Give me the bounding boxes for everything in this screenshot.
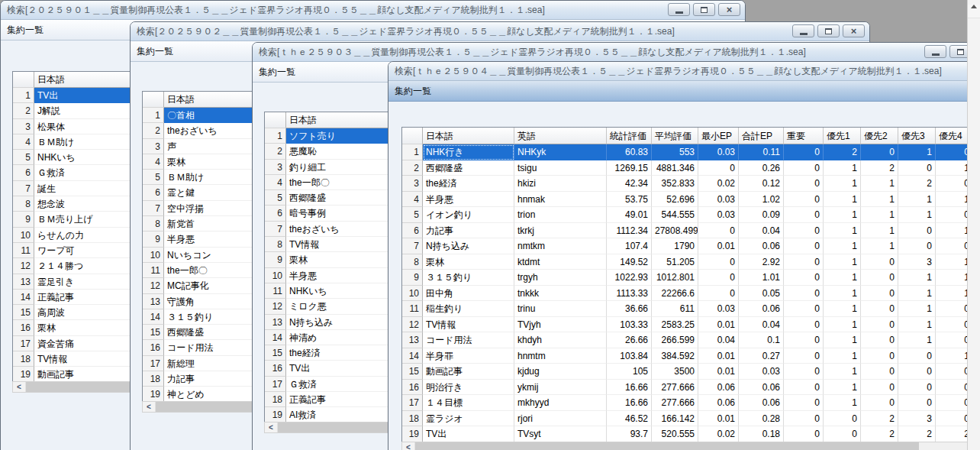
table-cell[interactable]: 0.06 bbox=[739, 395, 784, 411]
table-cell[interactable]: 51.205 bbox=[652, 254, 698, 270]
table-cell[interactable]: 46.52 bbox=[607, 411, 652, 427]
table-cell[interactable]: 1 bbox=[898, 144, 936, 160]
table-cell[interactable]: 0 bbox=[861, 270, 898, 286]
table-cell[interactable]: 0.02 bbox=[698, 426, 739, 442]
table-cell[interactable]: 36.66 bbox=[607, 301, 652, 317]
table-cell[interactable]: 0 bbox=[861, 286, 898, 302]
table-cell[interactable]: trion bbox=[514, 207, 607, 223]
table-cell[interactable]: コード用法 bbox=[423, 332, 514, 348]
table-cell[interactable]: 田中角 bbox=[423, 286, 514, 302]
table-cell[interactable]: 0 bbox=[898, 380, 936, 396]
table-cell[interactable]: 1 bbox=[824, 238, 861, 254]
table-cell[interactable]: 352.833 bbox=[652, 176, 698, 192]
table-cell[interactable]: 544.555 bbox=[652, 207, 698, 223]
table-cell[interactable]: 1 bbox=[824, 317, 861, 333]
table-row[interactable]: 2西郷隆盛tsigu1269.154881.34600.2601201 bbox=[402, 160, 973, 176]
table-cell[interactable]: 611 bbox=[652, 301, 698, 317]
table-cell[interactable]: 93.7 bbox=[607, 426, 652, 442]
table-cell[interactable]: 4881.346 bbox=[652, 160, 698, 176]
column-header[interactable]: 英語 bbox=[514, 128, 607, 144]
table-cell[interactable]: 0.01 bbox=[698, 348, 739, 364]
table-cell[interactable]: 0 bbox=[861, 395, 898, 411]
table-cell[interactable]: TV情報 bbox=[423, 317, 514, 333]
table-cell[interactable]: 1 bbox=[824, 192, 861, 208]
data-grid[interactable]: 日本語1ソフト売り2悪魔恥3釣り細工4the一郎〇5西郷隆盛6暗号事例7theお… bbox=[264, 112, 403, 424]
table-cell[interactable]: 1 bbox=[824, 332, 861, 348]
table-cell[interactable]: 0 bbox=[861, 364, 898, 380]
table-cell[interactable]: 明治行き bbox=[423, 380, 514, 396]
table-cell[interactable]: tkrkj bbox=[514, 223, 607, 239]
table-cell[interactable]: ソフト売り bbox=[286, 128, 401, 144]
table-cell[interactable]: 49.01 bbox=[607, 207, 652, 223]
table-cell[interactable]: trinu bbox=[514, 301, 607, 317]
table-cell[interactable]: 0.03 bbox=[698, 207, 739, 223]
table-row[interactable]: 16明治行きykmij16.66277.6660.060.0601000 bbox=[402, 380, 973, 396]
window-titlebar[interactable]: 検索[ｔｈｅ２５９０４＿＿質量制御再現公表１．５＿＿ジェド霊界ラジオ再現０．５５… bbox=[388, 62, 980, 81]
table-row[interactable]: 15the経済 bbox=[265, 345, 402, 361]
table-cell[interactable]: TVsyt bbox=[514, 426, 607, 442]
table-cell[interactable]: 1022.93 bbox=[607, 270, 652, 286]
table-row[interactable]: 4the一郎〇 bbox=[265, 175, 402, 190]
table-cell[interactable]: 1 bbox=[824, 207, 861, 223]
table-cell[interactable]: 0.03 bbox=[698, 192, 739, 208]
table-row[interactable]: 1ソフト売り bbox=[265, 128, 402, 144]
table-cell[interactable]: NHK行き bbox=[423, 144, 514, 160]
table-cell[interactable]: NHKいち bbox=[286, 283, 401, 299]
table-cell[interactable]: 103.84 bbox=[607, 348, 652, 364]
table-cell[interactable]: 0 bbox=[784, 380, 824, 396]
table-cell[interactable]: 2 bbox=[861, 160, 898, 176]
table-cell[interactable]: 0.04 bbox=[739, 223, 784, 239]
close-button[interactable]: × bbox=[718, 3, 740, 16]
table-cell[interactable]: 0 bbox=[784, 301, 824, 317]
table-row[interactable]: 11稲生釣りtrinu36.666110.030.0601010 bbox=[402, 301, 973, 317]
table-cell[interactable]: hnmak bbox=[514, 192, 607, 208]
table-cell[interactable]: 0 bbox=[824, 426, 861, 442]
table-cell[interactable]: 0 bbox=[784, 286, 824, 302]
table-cell[interactable]: 1.02 bbox=[739, 192, 784, 208]
table-cell[interactable]: 1 bbox=[861, 238, 898, 254]
table-cell[interactable]: 553 bbox=[652, 144, 698, 160]
table-cell[interactable]: 1 bbox=[861, 223, 898, 239]
table-cell[interactable]: 0.18 bbox=[739, 426, 784, 442]
table-cell[interactable]: TV出 bbox=[423, 426, 514, 442]
table-cell[interactable]: 0.01 bbox=[698, 317, 739, 333]
table-cell[interactable]: 0 bbox=[898, 160, 936, 176]
table-cell[interactable]: 166.142 bbox=[652, 411, 698, 427]
table-cell[interactable]: 1113.33 bbox=[607, 286, 652, 302]
table-cell[interactable]: 53.75 bbox=[607, 192, 652, 208]
table-cell[interactable]: 2 bbox=[898, 176, 936, 192]
table-cell[interactable]: ktdmt bbox=[514, 254, 607, 270]
column-header[interactable]: 日本語 bbox=[286, 112, 401, 128]
table-cell[interactable]: 1 bbox=[861, 192, 898, 208]
table-cell[interactable]: 0 bbox=[698, 254, 739, 270]
table-cell[interactable]: 0.01 bbox=[698, 411, 739, 427]
h-scroll-thumb[interactable] bbox=[415, 442, 919, 450]
column-header[interactable]: 日本語 bbox=[423, 128, 514, 144]
table-cell[interactable]: 0.06 bbox=[739, 238, 784, 254]
table-cell[interactable]: 1 bbox=[824, 348, 861, 364]
table-cell[interactable]: 半身罪 bbox=[423, 348, 514, 364]
table-cell[interactable]: khdyh bbox=[514, 332, 607, 348]
table-cell[interactable]: 半身悪 bbox=[286, 268, 401, 283]
table-cell[interactable]: 0.12 bbox=[739, 176, 784, 192]
h-scroll-thumb[interactable] bbox=[278, 422, 401, 432]
table-cell[interactable]: 1 bbox=[824, 301, 861, 317]
table-cell[interactable]: 0.1 bbox=[739, 332, 784, 348]
table-cell[interactable]: 1 bbox=[824, 254, 861, 270]
table-cell[interactable]: 42.34 bbox=[607, 176, 652, 192]
table-cell[interactable]: 266.599 bbox=[652, 332, 698, 348]
table-cell[interactable]: 0 bbox=[784, 411, 824, 427]
table-cell[interactable]: rjori bbox=[514, 411, 607, 427]
table-cell[interactable]: 正義記事 bbox=[286, 392, 401, 407]
table-row[interactable]: 16TV出 bbox=[265, 361, 402, 376]
table-cell[interactable]: 1 bbox=[861, 176, 898, 192]
table-cell[interactable]: 0.02 bbox=[698, 176, 739, 192]
table-row[interactable]: 19AI救済 bbox=[265, 407, 402, 422]
table-cell[interactable]: 0.09 bbox=[739, 207, 784, 223]
table-cell[interactable]: 0 bbox=[784, 317, 824, 333]
table-cell[interactable]: 1269.15 bbox=[607, 160, 652, 176]
table-cell[interactable]: 0 bbox=[784, 426, 824, 442]
column-header[interactable]: 優先3 bbox=[898, 128, 936, 144]
table-cell[interactable]: 2583.25 bbox=[652, 317, 698, 333]
table-cell[interactable]: 1012.801 bbox=[652, 270, 698, 286]
